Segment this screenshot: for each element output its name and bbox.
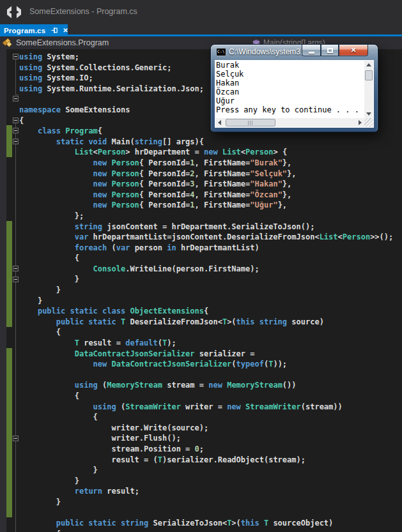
console-line: Uğur: [216, 96, 364, 105]
code-line: {: [19, 412, 393, 423]
code-line: }: [19, 497, 393, 508]
vs-titlebar[interactable]: SomeExtensions - Program.cs: [0, 0, 402, 24]
console-window[interactable]: C:\ C:\Windows\system3... ✕ BurakSelçukH…: [211, 45, 378, 132]
scroll-down-button[interactable]: [364, 110, 373, 118]
code-line: return result;: [19, 486, 393, 497]
collapse-toggle: [13, 436, 19, 441]
code-line: new Person{ PersonId=3, FirstName="Hakan…: [19, 179, 393, 190]
console-line: Hakan: [216, 79, 364, 87]
editor-glyph-margin: [0, 49, 6, 532]
visual-studio-logo-icon: [6, 4, 22, 20]
maximize-icon: [327, 48, 333, 53]
code-line: [19, 370, 393, 381]
code-line: {: [19, 391, 393, 402]
code-line: {: [19, 529, 393, 532]
code-line: writer.Flush();: [19, 433, 393, 444]
outline-end-notch: [15, 95, 19, 95]
cmd-icon: C:\: [216, 48, 226, 56]
code-line: new Person{ PersonId=2, FirstName="Selçu…: [19, 169, 393, 179]
scroll-left-button[interactable]: [215, 118, 224, 127]
change-tracking-bar: [6, 348, 12, 518]
collapse-toggle: [13, 277, 19, 282]
code-line: }: [19, 285, 393, 296]
collapse-toggle: [13, 96, 19, 102]
code-line: {: [19, 327, 393, 338]
code-line: writer.Write(source);: [19, 423, 393, 434]
code-line: List<Person> hrDepartment = new List<Per…: [19, 147, 393, 158]
tab-close-icon[interactable]: ✕: [63, 26, 68, 34]
arrow-left-icon: [218, 120, 221, 125]
vertical-scrollbar[interactable]: [364, 61, 373, 118]
arrow-right-icon: [359, 120, 362, 125]
code-line: foreach (var person in hrDepartmantList): [19, 243, 393, 254]
console-title: C:\Windows\system3...: [229, 47, 307, 56]
code-line: public static class ObjectExtensions{: [19, 306, 393, 317]
code-line: using (StreamWriter writer = new StreamW…: [19, 402, 393, 413]
code-line: }: [19, 274, 393, 285]
class-icon: [2, 38, 13, 48]
scroll-up-button[interactable]: [364, 61, 373, 69]
change-tracking-bar: [6, 125, 12, 157]
maximize-button[interactable]: [321, 45, 339, 56]
collapse-toggle: [13, 128, 19, 133]
console-window-buttons: ✕: [302, 45, 368, 56]
close-button[interactable]: ✕: [339, 45, 368, 56]
code-line: public static string SerializeToJson<T>(…: [19, 518, 393, 529]
vertical-scroll-thumb[interactable]: [365, 70, 373, 80]
code-line: result = (T)serializer.ReadObject(stream…: [19, 455, 393, 466]
change-tracking-bar: [6, 221, 12, 327]
minimize-icon: [309, 52, 314, 54]
collapse-toggle: [13, 266, 19, 271]
console-line: Özcan: [216, 87, 364, 96]
resize-grip[interactable]: [364, 118, 373, 127]
close-icon: ✕: [350, 46, 356, 54]
minimize-button[interactable]: [302, 45, 321, 56]
console-output: BurakSelçukHakanÖzcanUğurPress any key t…: [216, 61, 364, 118]
code-line: using (MemoryStream stream = new MemoryS…: [19, 380, 393, 391]
console-line: Selçuk: [216, 70, 364, 79]
thumb-grip: [248, 121, 254, 125]
code-line: }: [19, 476, 393, 487]
arrow-up-icon: [366, 63, 371, 66]
horizontal-scroll-thumb[interactable]: [226, 119, 275, 126]
tab-strip: Program.cs ✕: [0, 24, 402, 36]
console-line: Burak: [216, 61, 364, 70]
code-line: new Person{ PersonId=1, FirstName="Uğur"…: [19, 200, 393, 211]
collapse-toggle: [13, 139, 19, 144]
console-line: Press any key to continue . . .: [216, 105, 364, 114]
console-client-area: BurakSelçukHakanÖzcanUğurPress any key t…: [215, 60, 374, 128]
outline-guide-line: [15, 123, 16, 532]
tab-program-cs[interactable]: Program.cs ✕: [0, 24, 68, 36]
code-line: string jsonContent = hrDepartment.Serial…: [19, 222, 393, 232]
code-line: T result = default(T);: [19, 338, 393, 349]
code-line: {: [19, 253, 393, 264]
code-line: new DataContractJsonSerializer(typeof(T)…: [19, 359, 393, 370]
code-line: public static T DeserializeFromJson<T>(t…: [19, 317, 393, 328]
console-titlebar[interactable]: C:\ C:\Windows\system3... ✕: [211, 45, 378, 60]
code-line: new Person{ PersonId=1, FirstName="Burak…: [19, 158, 393, 169]
arrow-down-icon: [366, 112, 371, 116]
code-line: static void Main(string[] args){: [19, 137, 393, 148]
code-line: Console.WriteLine(person.FirstName);: [19, 264, 393, 275]
collapse-toggle: [13, 118, 19, 123]
code-line: var hrDepartmantList=jsonContent.Deseria…: [19, 232, 393, 243]
scroll-right-button[interactable]: [356, 118, 364, 127]
tab-label: Program.cs: [0, 27, 45, 34]
outline-guide-line: [15, 57, 16, 95]
type-dropdown-label: SomeExtensions.Program: [16, 38, 109, 47]
code-line: }: [19, 465, 393, 476]
code-line: [19, 508, 393, 519]
window-title: SomeExtensions - Program.cs: [29, 7, 137, 16]
pin-icon[interactable]: [50, 26, 59, 34]
type-dropdown[interactable]: SomeExtensions.Program: [2, 36, 109, 49]
collapse-toggle: [13, 54, 19, 59]
code-line: DataContractJsonSerializer serializer =: [19, 349, 393, 360]
code-line: };: [19, 211, 393, 222]
code-line: stream.Position = 0;: [19, 444, 393, 455]
code-line: new Person{ PersonId=4, FirstName="Özcan…: [19, 190, 393, 201]
code-line: }: [19, 296, 393, 307]
horizontal-scrollbar[interactable]: [215, 118, 364, 127]
